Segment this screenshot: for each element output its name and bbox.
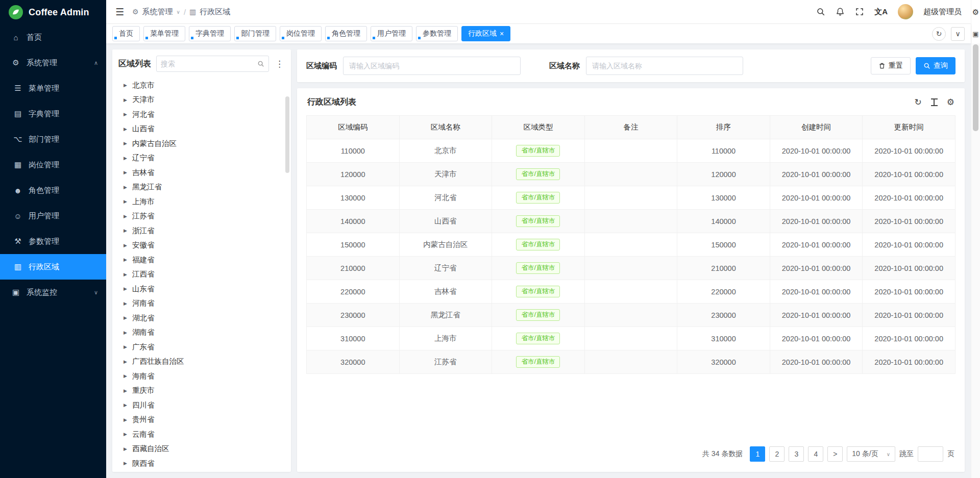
tree-item[interactable]: ▶ 北京市 — [118, 78, 285, 93]
sidebar-item-menu-mgmt[interactable]: ☰ 菜单管理 — [0, 76, 106, 101]
sidebar-item-region[interactable]: ▥ 行政区域 — [0, 254, 106, 280]
tree-item[interactable]: ▶ 山东省 — [118, 282, 285, 296]
tree-item[interactable]: ▶ 重庆市 — [118, 384, 285, 398]
caret-right-icon[interactable]: ▶ — [124, 272, 127, 277]
sidebar-item-param-mgmt[interactable]: ⚒ 参数管理 — [0, 229, 106, 254]
tab[interactable]: 菜单管理 — [143, 26, 185, 41]
tree-search-input[interactable] — [161, 60, 254, 68]
page-button[interactable]: 3 — [789, 446, 804, 462]
refresh-icon[interactable]: ↻ — [915, 98, 922, 107]
tree-item[interactable]: ▶ 上海市 — [118, 194, 285, 209]
caret-right-icon[interactable]: ▶ — [124, 330, 127, 335]
page-button[interactable]: 2 — [769, 446, 785, 462]
tab[interactable]: 岗位管理 — [280, 26, 322, 41]
tree-item[interactable]: ▶ 广东省 — [118, 340, 285, 355]
tree-item[interactable]: ▶ 山西省 — [118, 122, 285, 137]
table-row[interactable]: 210000 辽宁省 省市/直辖市 210000 2020-10-01 00:0… — [307, 257, 955, 280]
tree-item[interactable]: ▶ 江西省 — [118, 267, 285, 282]
sidebar-group-monitor[interactable]: ▣ 系统监控 ∨ — [0, 280, 106, 305]
tab[interactable]: 字典管理 — [189, 26, 231, 41]
tree-item[interactable]: ▶ 吉林省 — [118, 165, 285, 180]
page-button[interactable]: 1 — [750, 446, 765, 462]
collapse-sidebar-icon[interactable]: ☰ — [115, 6, 124, 18]
caret-right-icon[interactable]: ▶ — [124, 243, 127, 248]
chevron-down-icon[interactable]: ∨ — [951, 27, 965, 41]
tree-item[interactable]: ▶ 云南省 — [118, 427, 285, 442]
sidebar-item-home[interactable]: ⌂ 首页 — [0, 24, 106, 50]
gear-icon[interactable]: ⚙ — [947, 98, 954, 107]
tree-item[interactable]: ▶ 湖北省 — [118, 311, 285, 325]
caret-right-icon[interactable]: ▶ — [124, 301, 127, 306]
tab[interactable]: 行政区域 × — [461, 26, 510, 41]
search-icon[interactable] — [257, 60, 264, 67]
tree-item[interactable]: ▶ 河北省 — [118, 107, 285, 122]
sidebar-item-dept-mgmt[interactable]: ⌥ 部门管理 — [0, 127, 106, 152]
tab[interactable]: 参数管理 — [416, 26, 458, 41]
tree-scrollbar-thumb[interactable] — [285, 96, 289, 173]
table-row[interactable]: 110000 北京市 省市/直辖市 110000 2020-10-01 00:0… — [307, 139, 955, 163]
page-size-select[interactable]: 10 条/页 ∨ — [847, 446, 895, 462]
caret-right-icon[interactable]: ▶ — [124, 156, 127, 161]
caret-right-icon[interactable]: ▶ — [124, 461, 127, 466]
tree-item[interactable]: ▶ 安徽省 — [118, 238, 285, 253]
settings-gear-icon[interactable]: ⚙ — [972, 0, 979, 24]
avatar[interactable] — [898, 4, 913, 19]
sidebar-item-post-mgmt[interactable]: ▦ 岗位管理 — [0, 152, 106, 178]
user-name[interactable]: 超级管理员 — [923, 7, 962, 17]
caret-right-icon[interactable]: ▶ — [124, 214, 127, 219]
reset-button[interactable]: 重置 — [871, 57, 911, 74]
caret-right-icon[interactable]: ▶ — [124, 344, 127, 349]
caret-right-icon[interactable]: ▶ — [124, 185, 127, 190]
caret-right-icon[interactable]: ▶ — [124, 127, 127, 132]
tree-item[interactable]: ▶ 陕西省 — [118, 456, 285, 469]
refresh-icon[interactable]: ↻ — [932, 27, 946, 41]
search-icon[interactable] — [816, 7, 825, 16]
panel-expand-icon[interactable]: ▣ — [972, 24, 978, 43]
caret-right-icon[interactable]: ▶ — [124, 112, 127, 117]
tab[interactable]: 部门管理 — [234, 26, 276, 41]
jump-page-input[interactable] — [918, 446, 943, 462]
table-row[interactable]: 150000 内蒙古自治区 省市/直辖市 150000 2020-10-01 0… — [307, 233, 955, 257]
tree-item[interactable]: ▶ 内蒙古自治区 — [118, 136, 285, 151]
translate-icon[interactable]: 文A — [874, 7, 888, 17]
sidebar-item-user-mgmt[interactable]: ☺ 用户管理 — [0, 203, 106, 229]
tree-item[interactable]: ▶ 福建省 — [118, 253, 285, 267]
more-options-icon[interactable]: ⋮ — [274, 59, 285, 69]
caret-right-icon[interactable]: ▶ — [124, 388, 127, 393]
tree-item[interactable]: ▶ 江苏省 — [118, 209, 285, 224]
tab[interactable]: 首页 — [112, 26, 140, 41]
sidebar-group-system[interactable]: ⚙ 系统管理 ∧ — [0, 50, 106, 76]
table-row[interactable]: 140000 山西省 省市/直辖市 140000 2020-10-01 00:0… — [307, 210, 955, 233]
breadcrumb-section[interactable]: 系统管理 — [142, 7, 173, 17]
tree-item[interactable]: ▶ 湖南省 — [118, 325, 285, 340]
caret-right-icon[interactable]: ▶ — [124, 257, 127, 262]
fullscreen-icon[interactable] — [855, 7, 864, 16]
caret-right-icon[interactable]: ▶ — [124, 83, 127, 88]
caret-right-icon[interactable]: ▶ — [124, 199, 127, 204]
caret-right-icon[interactable]: ▶ — [124, 359, 127, 364]
page-scrollbar-thumb[interactable] — [973, 44, 978, 131]
next-page-button[interactable]: > — [827, 446, 843, 462]
table-row[interactable]: 320000 江苏省 省市/直辖市 320000 2020-10-01 00:0… — [307, 350, 955, 374]
caret-right-icon[interactable]: ▶ — [124, 417, 127, 422]
sidebar-item-role-mgmt[interactable]: ☻ 角色管理 — [0, 178, 106, 203]
tree-item[interactable]: ▶ 西藏自治区 — [118, 442, 285, 457]
caret-right-icon[interactable]: ▶ — [124, 315, 127, 320]
tab[interactable]: 用户管理 — [371, 26, 412, 41]
tree-item[interactable]: ▶ 贵州省 — [118, 413, 285, 427]
table-row[interactable]: 230000 黑龙江省 省市/直辖市 230000 2020-10-01 00:… — [307, 304, 955, 327]
page-button[interactable]: 4 — [808, 446, 823, 462]
table-row[interactable]: 310000 上海市 省市/直辖市 310000 2020-10-01 00:0… — [307, 327, 955, 350]
caret-right-icon[interactable]: ▶ — [124, 373, 127, 379]
bell-icon[interactable] — [836, 7, 845, 16]
caret-right-icon[interactable]: ▶ — [124, 402, 127, 408]
tree-item[interactable]: ▶ 辽宁省 — [118, 151, 285, 166]
table-row[interactable]: 120000 天津市 省市/直辖市 120000 2020-10-01 00:0… — [307, 163, 955, 186]
tree-item[interactable]: ▶ 浙江省 — [118, 223, 285, 238]
caret-right-icon[interactable]: ▶ — [124, 286, 127, 291]
caret-right-icon[interactable]: ▶ — [124, 170, 127, 175]
column-settings-icon[interactable] — [931, 98, 938, 106]
caret-right-icon[interactable]: ▶ — [124, 228, 127, 233]
sidebar-item-dict-mgmt[interactable]: ▤ 字典管理 — [0, 101, 106, 127]
table-row[interactable]: 130000 河北省 省市/直辖市 130000 2020-10-01 00:0… — [307, 186, 955, 210]
